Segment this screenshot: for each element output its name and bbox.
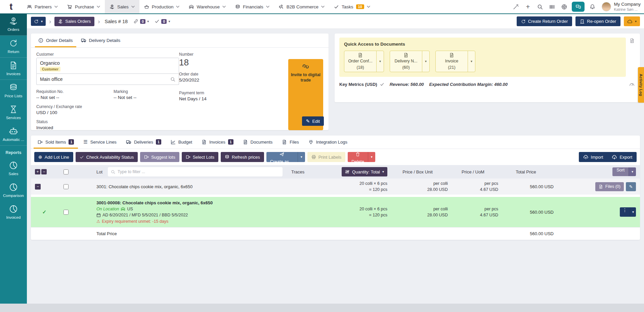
chat-button[interactable] [572, 2, 585, 12]
export-button[interactable]: Export [607, 152, 637, 162]
warehouse-icon [121, 207, 125, 211]
suggest-lots-button[interactable]: Suggest lots [140, 152, 179, 162]
check-availability-button[interactable]: Check Availability Status [76, 152, 138, 162]
product-description: 3001: Chocolate chips cookie mix, organi… [78, 184, 332, 189]
nav-financials[interactable]: Financials [230, 0, 274, 13]
sidebar-item-orders[interactable]: Orders [0, 13, 27, 36]
nav-sales[interactable]: Sales [105, 0, 139, 13]
linked-orders-dropdown[interactable]: 0 ▾ [132, 19, 150, 24]
sort-dropdown-button[interactable]: Sort ▾ [612, 167, 636, 176]
doc-count: (60) [402, 65, 410, 70]
lot-filter-input[interactable] [118, 169, 280, 174]
nav-tasks[interactable]: Tasks 10 [329, 0, 375, 13]
nav-production[interactable]: Production [139, 0, 184, 13]
price-unit-value: 28.00 USD [387, 212, 448, 218]
customer-field[interactable]: Organico Customer [36, 58, 179, 74]
barcode-scanner-button[interactable] [546, 0, 558, 13]
import-button[interactable]: Import [579, 152, 608, 162]
nav-b2b-commerce[interactable]: B2B Commerce [274, 0, 329, 13]
activity-log-tab[interactable]: Activity Log [638, 67, 644, 103]
create-return-order-button[interactable]: Create Return Order [517, 16, 572, 26]
production-icon [144, 4, 149, 9]
refresh-prices-button[interactable]: Refresh prices [221, 152, 264, 162]
create-as-split-button[interactable]: Create as ... ▾ [266, 152, 305, 162]
quantity-mode-dropdown[interactable]: Quantity: Total ▾ [342, 167, 387, 176]
expand-all-button[interactable]: + [35, 169, 40, 174]
cloud-actions-dropdown-button[interactable]: ▾ [624, 16, 640, 26]
table-total-row: Total Price 560.00 USD [31, 227, 640, 240]
tab-order-details[interactable]: Order Details [35, 34, 76, 47]
sold-items-table-header: + − Lot Traces Quantity: Tot [31, 165, 640, 178]
select-lots-button[interactable]: Select Lots [182, 152, 218, 162]
row-checkbox[interactable] [63, 184, 69, 189]
delivery-note-doc-button[interactable]: Delivery N... (60) ▾ [390, 51, 430, 72]
import-label: Import [591, 155, 603, 160]
contact-search-field[interactable]: Main office [36, 74, 179, 85]
nav-warehouse[interactable]: Warehouse [184, 0, 230, 13]
files-button[interactable]: Files (0) [595, 182, 624, 191]
edit-line-button[interactable]: ✎ [626, 182, 636, 191]
tab-sold-items[interactable]: Sold Items 1 [34, 136, 78, 149]
create-new-button[interactable]: + [522, 0, 534, 13]
row-checkbox[interactable] [63, 210, 69, 215]
nav-purchase[interactable]: Purchase [62, 0, 105, 13]
global-search-button[interactable] [534, 0, 546, 13]
tab-integration-logs[interactable]: Integration Logs [304, 136, 351, 149]
add-lot-line-button[interactable]: ⊕ Add Lot Line [34, 152, 73, 162]
invoice-doc-button[interactable]: Invoice (21) ▾ [435, 51, 475, 72]
select-all-checkbox[interactable] [63, 169, 69, 174]
help-button[interactable] [558, 0, 570, 13]
tab-invoices[interactable]: Invoices 1 [198, 136, 238, 149]
table-row-lot[interactable]: ✓ 3001-00008: Chocolate chips cookie mix… [31, 197, 640, 227]
coins-icon [225, 155, 229, 159]
tab-deliveries[interactable]: Deliveries 1 [122, 136, 165, 149]
delete-dropdown-toggle[interactable]: ▾ [368, 152, 375, 162]
notifications-button[interactable] [586, 0, 598, 13]
order-tasks-badge: 0 [161, 19, 167, 24]
nav-label: Sales [117, 4, 129, 9]
partners-icon [27, 4, 32, 9]
tab-budget[interactable]: Budget [167, 136, 196, 149]
sidebar-item-services[interactable]: Services [0, 102, 27, 123]
order-confirmation-doc-button[interactable]: Order Conf... (18) ▾ [344, 51, 384, 72]
quick-access-panel: Quick Access to Documents Order Conf... … [339, 38, 626, 77]
user-avatar[interactable] [602, 2, 611, 11]
lot-actions-dropdown-toggle[interactable]: ▾ [630, 207, 636, 217]
edit-order-button[interactable]: ✎ Edit [302, 116, 324, 126]
sidebar-item-return[interactable]: Return [0, 36, 27, 58]
order-tasks-dropdown[interactable]: 0 ▾ [153, 19, 171, 24]
collapse-row-button[interactable]: − [35, 184, 41, 190]
nav-partners[interactable]: Partners [22, 0, 62, 13]
tab-delivery-details[interactable]: Delivery Details [78, 34, 124, 47]
breadcrumb-sales-orders-button[interactable]: Sales Orders [54, 17, 94, 26]
sort-dropdown-toggle[interactable]: ▾ [629, 167, 636, 176]
sidebar-item-invoices[interactable]: Invoices [0, 58, 27, 80]
tab-documents[interactable]: Documents [239, 136, 277, 149]
sidebar-item-report-sales[interactable]: Sales [0, 158, 27, 179]
table-row-product[interactable]: − 3001: Chocolate chips cookie mix, orga… [31, 178, 640, 197]
delete-split-button[interactable]: Delete ▾ [348, 152, 375, 162]
sidebar-item-automatic[interactable]: Automatic ... [0, 123, 27, 146]
tab-service-lines[interactable]: ☰ Service Lines [79, 136, 121, 149]
account-menu[interactable]: My Company Katrine Søn ... [614, 2, 641, 12]
doc-dropdown-toggle[interactable]: ▾ [377, 51, 384, 72]
sidebar-item-report-invoiced[interactable]: Invoiced [0, 201, 27, 223]
sidebar-item-price-lists[interactable]: Price Lists [0, 80, 27, 102]
gauge-icon[interactable] [629, 82, 635, 87]
customer-name: Organico [40, 60, 175, 66]
print-labels-button[interactable]: Print Labels [307, 152, 346, 162]
magic-wand-button[interactable] [510, 0, 522, 13]
history-dropdown-button[interactable]: ▾ [31, 17, 46, 26]
order-card-tabs: Order Details Delivery Details [31, 34, 329, 48]
doc-dropdown-toggle[interactable]: ▾ [422, 51, 429, 72]
collapse-all-button[interactable]: − [41, 169, 47, 174]
plus-icon: + [526, 3, 530, 11]
create-as-dropdown-toggle[interactable]: ▾ [298, 152, 305, 162]
lot-actions-split-button[interactable]: ⋮ ▾ [620, 207, 636, 217]
app-logo[interactable]: t [0, 0, 22, 13]
document-icon[interactable] [630, 38, 635, 43]
sidebar-item-report-comparison[interactable]: Comparison [0, 179, 27, 201]
tab-files[interactable]: Files [278, 136, 303, 149]
doc-dropdown-toggle[interactable]: ▾ [468, 51, 475, 72]
reopen-order-button[interactable]: Re-open Order [575, 16, 620, 26]
